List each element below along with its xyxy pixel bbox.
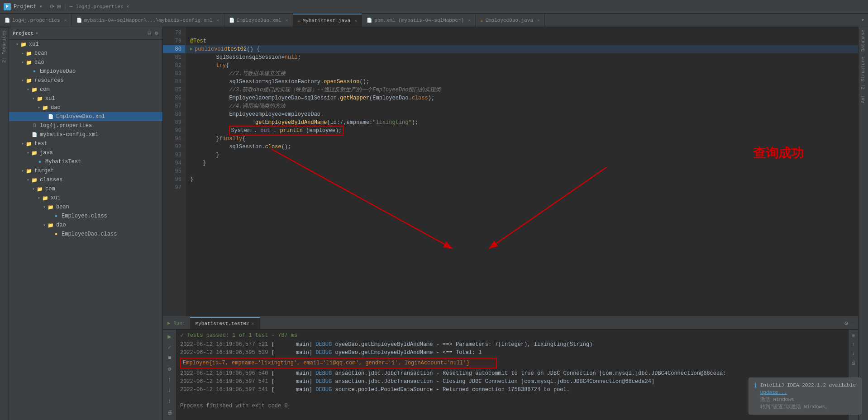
tree-label-dao-inner: dao [51,104,61,111]
tab-employeedao-xml-close[interactable]: ✕ [286,18,288,23]
toolbar: ⟳ ⊞ | — log4j.properties × [50,3,129,10]
tree-item-log4j[interactable]: 🗒 log4j.properties [9,121,162,130]
settings-icon[interactable]: ⚙ [844,320,848,327]
tab-mybatis-config[interactable]: 📄 mybatis-04-sqlMapper\...\mybatis-confi… [72,14,224,27]
comment-85: //3.获取dao接口的实现（映射器）--通过反射生产的一个EmployeeDa… [229,86,441,94]
tab-log4j-icon: 📄 [5,18,10,23]
tab-pom[interactable]: 📄 pom.xml (mybatis-04-sqlMapper) ✕ [362,14,476,27]
tree-item-classes[interactable]: ▾ 📁 classes [9,175,162,184]
tree-label-employeedao-class: EmployeeDao.class [62,231,117,237]
folder-icon-target: 📁 [25,167,33,175]
tab-more-btn[interactable]: ▾ [861,17,864,24]
xml-icon-employeedao: 📄 [47,113,54,120]
log-highlight-text: Employee{id=7, empname='lixingting', ema… [183,360,470,366]
tab-mybatistest-close[interactable]: ✕ [354,18,357,24]
br-icon-1[interactable]: ⊞ [849,331,858,340]
br-icon-4[interactable]: 🖨 [849,359,858,367]
tree-item-dao-inner[interactable]: ▾ 📁 dao [9,103,162,112]
line-num-83: 83 [163,70,185,78]
toolbar-btn-sync[interactable]: ⟳ [50,3,55,10]
tree-item-employeedao[interactable]: ● EmployeeDao [9,67,162,76]
tab-employeedao-java[interactable]: ☕ EmployeeDao.java ✕ [476,14,545,27]
title-chevron[interactable]: ▾ [39,3,42,10]
right-panel-database[interactable]: Database [859,27,867,54]
tree-item-xu1-classes[interactable]: ▾ 📁 xu1 [9,193,162,203]
tree-item-xu1[interactable]: ▾ 📁 xu1 [9,40,162,49]
tree-item-employeedao-class[interactable]: ● EmployeeDao.class [9,230,162,239]
folder-icon-classes: 📁 [31,176,38,184]
tree-item-com[interactable]: ▾ 📁 com [9,85,162,94]
highlight-box-90: System . out . println (employee); [229,126,343,136]
windows-text-line2: 转到"设置"以激活 Windows。 [760,403,856,411]
check-icon[interactable]: ✓ [165,342,175,352]
tab-mybatistest-label: MybatisTest.java [303,18,351,24]
tree-item-dao-classes[interactable]: ▾ 📁 dao [9,221,162,230]
right-panel-structure[interactable]: Z: Structure [859,54,867,92]
tab-log4j-close[interactable]: ✕ [64,18,67,23]
notif-icon: ℹ [754,382,757,389]
run-status-line: ✓ Tests passed: 1 of 1 test – 787 ms [180,331,844,340]
xml-icon-mybatis-config: 📄 [31,131,38,138]
tree-label-bean-classes: bean [56,204,69,210]
bottom-tab-mybatistest[interactable]: MybatisTest.test02 ✕ [190,317,260,329]
minimize-icon[interactable]: — [851,320,854,326]
tree-item-dao[interactable]: ▾ 📁 dao [9,58,162,67]
tree-label-bean: bean [34,50,48,57]
notif-update-link[interactable]: Update... [760,390,787,395]
br-icon-3[interactable]: ↓ [849,349,858,358]
tree-label-mybatistest: MybatisTest [45,159,81,165]
log-ts-6: 2022-06-12 16:19:06,597 541 [180,387,268,393]
tree-item-bean-classes[interactable]: ▾ 📁 bean [9,203,162,212]
line-num-80: 80 [163,45,185,53]
tree-item-mybatis-config[interactable]: 📄 mybatis-config.xml [9,130,162,139]
tree-item-employeedao-xml[interactable]: 📄 EmployeeDao.xml [9,112,162,121]
notif-title: IntelliJ IDEA 2022.1.2 available [760,382,856,389]
tab-mybatis-config-close[interactable]: ✕ [217,18,219,23]
tab-pom-label: pom.xml (mybatis-04-sqlMapper) [374,18,464,23]
tab-log4j[interactable]: 📄 log4j.properties ✕ [0,14,72,27]
scroll-up-btn[interactable]: ↑ [165,375,175,385]
collapse-all-btn[interactable]: ⊟ [147,29,152,38]
stop-btn[interactable]: ■ [165,353,175,363]
tree-label-resources: resources [34,77,64,84]
tree-arrow-java: ▾ [25,150,31,156]
tree-item-xu1-inner[interactable]: ▾ 📁 xu1 [9,94,162,103]
tree-item-target[interactable]: ▾ 📁 target [9,166,162,175]
settings-btn[interactable]: ⚙ [154,29,159,38]
tab-employeedao-xml-icon: 📄 [229,18,234,23]
kw-try: try [216,61,226,70]
tree-item-mybatistest[interactable]: ● MybatisTest [9,157,162,166]
tree-arrow-com2: ▾ [31,186,36,192]
gutter-run-icon[interactable]: ▶ [190,45,193,53]
toolbar-sep: | [63,4,67,10]
tree-item-java[interactable]: ▾ 📁 java [9,148,162,157]
run-btn[interactable]: ▶ [165,331,175,341]
line-num-94: 94 [163,159,185,167]
sort-btn[interactable]: ↕ [165,396,175,406]
tree-arrow-bean-classes: ▾ [42,204,47,210]
toolbar-btn-layout[interactable]: ⊞ [57,3,61,10]
tab-pom-close[interactable]: ✕ [468,18,471,23]
tree-item-employee-class[interactable]: ● Employee.class [9,212,162,221]
settings-btn-bottom[interactable]: ⚙ [165,364,175,374]
tree-arrow-dao: ▾ [20,60,25,65]
tree-item-com2[interactable]: ▾ 📁 com [9,184,162,193]
tree-item-bean[interactable]: ▸ 📁 bean [9,49,162,58]
plain-paren-80: () { [247,45,260,53]
code-line-91: } finally { [186,135,858,143]
tree-item-resources[interactable]: ▾ 📁 resources [9,76,162,85]
print-btn[interactable]: 🖨 [165,407,175,417]
tab-employeedao-java-close[interactable]: ✕ [537,18,540,23]
panel-dropdown-icon[interactable]: ▾ [35,30,38,36]
bottom-tab-close[interactable]: ✕ [251,321,254,326]
right-panel-ant[interactable]: Ant [859,92,867,106]
code-content[interactable]: @Test ▶ public void test02 () { SqlSess [186,27,858,316]
folder-icon-xu1-classes: 📁 [42,194,49,202]
left-label-favorites[interactable]: 2: Favorites [0,27,8,66]
log-level-1: DEBUG [315,341,335,348]
tree-item-test[interactable]: ▾ 📁 test [9,139,162,148]
tab-mybatistest[interactable]: ☕ MybatisTest.java ✕ [293,14,362,27]
tab-employeedao-xml[interactable]: 📄 EmployeeDao.xml ✕ [224,14,293,27]
scroll-down-btn[interactable]: ↓ [165,386,175,396]
br-icon-2[interactable]: ↑ [849,340,858,349]
